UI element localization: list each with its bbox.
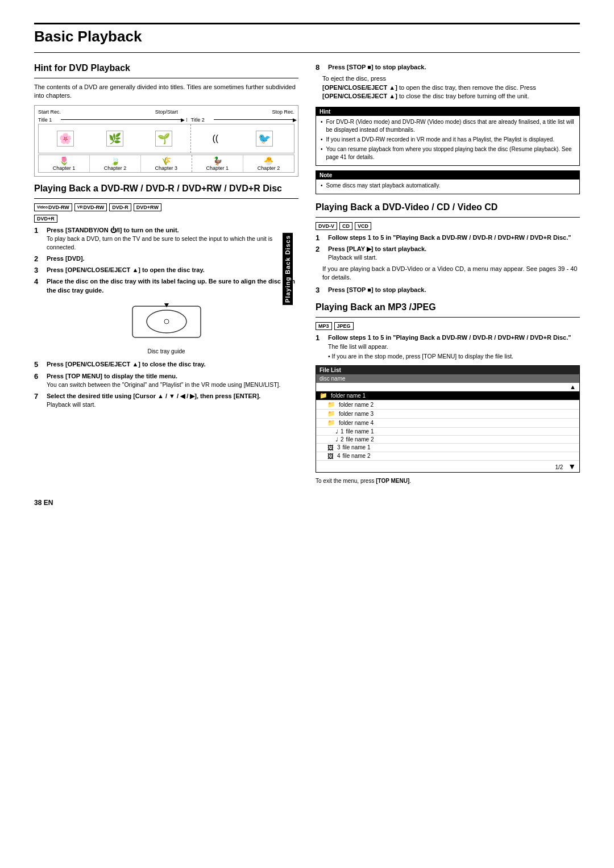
step-3: 3 Press [OPEN/CLOSE/EJECT ▲] to open the… [34,266,298,274]
hint-item-2: • If you insert a DVD-RW recorded in VR … [321,136,575,144]
file-row-2[interactable]: 📁 folder name 2 [316,400,579,410]
chapter-row: 🌷 Chapter 1 🍃 Chapter 2 🌾 Chapter 3 [38,155,294,173]
chapter4: 🦆 Chapter 1 [192,155,243,172]
label-stop-rec: Stop Rec. [272,109,294,115]
page-title: Basic Playback [34,28,580,45]
step1-text: To play back a DVD, turn on the TV and b… [47,235,298,251]
title2-thumbnails: (( 🐦 [191,124,294,153]
title2-chapters: 🦆 Chapter 1 🐣 Chapter 2 [192,155,294,172]
chapter1: 🌷 Chapter 1 [39,155,90,172]
step3-bold: Press [OPEN/CLOSE/EJECT ▲] to open the d… [47,266,298,274]
dvdv-step3-bold: Press [STOP ■] to stop playback. [328,286,580,294]
dvdvideo-title: Playing Back a DVD-Video / CD / Video CD [316,202,580,212]
dvdvideo-section: Playing Back a DVD-Video / CD / Video CD… [316,202,580,295]
title-arrow-row: Title 1 ▶ ⁞ Title 2 ▶ [38,117,294,123]
chapter5: 🐣 Chapter 2 [243,155,294,172]
svg-point-2 [164,319,169,324]
disc-svg [121,301,212,346]
step-7: 7 Select the desired title using [Cursor… [34,392,298,409]
step1-bold: Press [STANDBY/ON ⏻/I] to turn on the un… [47,226,298,235]
thumb1: 🌸 [57,131,74,147]
paren-open: (( [212,133,218,144]
hint-box: Hint • For DVD-R (Video mode) and DVD-RW… [316,107,580,166]
hint-item-3: • You can resume playback from where you… [321,145,575,161]
label-start-rec: Start Rec. [38,109,61,115]
image-icon-2: 🖼 [327,453,334,460]
step7-bold: Select the desired title using [Cursor ▲… [47,392,298,400]
step-8: 8 Press [STOP ■] to stop playback. [316,63,580,72]
hint-header: Hint [316,107,579,116]
dvdv-step-3: 3 Press [STOP ■] to stop playback. [316,286,580,294]
hint-item-1: • For DVD-R (Video mode) and DVD-RW (Vid… [321,118,575,134]
step-6: 6 Press [TOP MENU] to display the title … [34,372,298,389]
file-list-page: 1/2 ▼ [316,461,579,472]
side-label: Playing Back Discs [283,233,293,305]
step8-bold: Press [STOP ■] to stop playback. [328,63,580,72]
step-4: 4 Place the disc on the disc tray with i… [34,277,298,295]
step6-text: You can switch between the "Original" an… [47,381,298,389]
dvdv-step2-text: Playback will start. [328,253,580,262]
scroll-up[interactable]: ▲ [316,383,579,391]
thumbnail-row: 🌸 🌿 🌱 (( 🐦 [38,124,294,153]
dvdv-step2-bold: Press [PLAY ▶] to start playback. [328,245,580,253]
mp3-step1-note: • If you are in the stop mode, press [TO… [328,352,580,361]
dvdrw-formats2: DVD+R [34,215,298,223]
hint-dvd-title: Hint for DVD Playback [34,63,298,73]
note-header: Note [316,171,579,180]
badge-vcd: VCD [355,222,371,230]
title-rule [34,52,580,53]
music-note-2: ♩ [335,436,338,443]
scroll-indicator: ▼ [568,462,576,471]
diagram-top-labels: Start Rec. Stop/Start Stop Rec. [38,109,294,115]
label-stop-start: Stop/Start [155,109,178,115]
dvdv-step-2: 2 Press [PLAY ▶] to start playback. Play… [316,245,580,262]
hint-dvd-body: The contents of a DVD are generally divi… [34,83,298,101]
mp3-step1-text: The file list will appear. [328,343,580,351]
folder-icon-2: 📁 [327,401,335,408]
chapter2: 🍃 Chapter 2 [90,155,141,172]
badge-dvdplusrw: DVD+RW [134,203,161,211]
dvdvideo-formats: DVD-V CD VCD [316,222,580,230]
step2-bold: Press [DVD]. [47,254,298,263]
svg-point-1 [147,310,186,333]
file-row-5[interactable]: ♩ 1 file name 1 [316,428,579,436]
folder-icon-3: 📁 [327,410,335,418]
mp3-step-1: 1 Follow steps 1 to 5 in "Playing Back a… [316,333,580,361]
badge-jpeg: JPEG [334,322,354,330]
step-1: 1 Press [STANDBY/ON ⏻/I] to turn on the … [34,226,298,252]
mp3-footer-note: To exit the menu, press [TOP MENU]. [316,477,580,485]
dvdrw-section: Playing Back a DVD-RW / DVD-R / DVD+RW /… [34,183,298,409]
mp3-formats: MP3 JPEG [316,322,580,330]
badge-cd: CD [339,222,352,230]
badge-dvdr: DVD-R [109,203,131,211]
svg-marker-4 [164,303,169,307]
file-row-7[interactable]: 🖼 3 file name 1 [316,444,579,452]
top-rule [34,23,580,24]
step8-bold1: [OPEN/CLOSE/EJECT ▲] [322,84,397,91]
note-item-1: • Some discs may start playback automati… [321,182,575,190]
step-5: 5 Press [OPEN/CLOSE/EJECT ▲] to close th… [34,360,298,369]
dvdv-step1-bold: Follow steps 1 to 5 in "Playing Back a D… [328,233,580,242]
folder-icon-1: 📁 [320,392,327,399]
step4-bold: Place the disc on the disc tray with its… [47,277,298,295]
step8-bold2: [OPEN/CLOSE/EJECT ▲] [322,93,397,99]
title1-label: Title 1 [38,117,61,123]
note-body: • Some discs may start playback automati… [316,180,579,194]
badge-dvdplusr: DVD+R [34,215,57,223]
page-footer: 38 EN [34,499,580,507]
file-row-8[interactable]: 🖼 4 file name 2 [316,452,579,461]
hint-for-dvd-section: Hint for DVD Playback The contents of a … [34,63,298,177]
step6-bold: Press [TOP MENU] to display the title me… [47,372,298,381]
mp3-section: Playing Back an MP3 /JPEG MP3 JPEG 1 Fol… [316,302,580,485]
file-row-6[interactable]: ♩ 2 file name 2 [316,436,579,444]
badge-dvdv: DVD-V [316,222,337,230]
hint-dvd-rule [34,78,298,78]
title1-chapters: 🌷 Chapter 1 🍃 Chapter 2 🌾 Chapter 3 [39,155,192,172]
file-row-3[interactable]: 📁 folder name 3 [316,410,579,419]
folder-icon-4: 📁 [327,419,335,427]
dvdv-note: If you are playing back a DVD-Video or a… [316,265,580,282]
file-row-1[interactable]: 📁 folder name 1 [316,391,579,400]
file-row-4[interactable]: 📁 folder name 4 [316,419,579,428]
dvdrw-title: Playing Back a DVD-RW / DVD-R / DVD+RW /… [34,183,298,194]
file-list-table: File List disc name ▲ 📁 folder name 1 📁 … [316,365,580,473]
